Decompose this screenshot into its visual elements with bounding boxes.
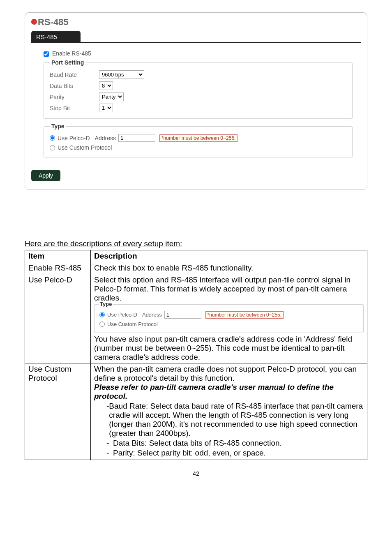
inner-custom-label: Use Custom Protocol (107, 321, 158, 327)
cell-custom-desc: When the pan-tilt camera cradle does not… (91, 363, 367, 460)
cell-enable-item: Enable RS-485 (25, 262, 91, 274)
intro-text: Here are the descriptions of every setup… (25, 239, 367, 248)
cell-pelco-desc: Select this option and RS-485 interface … (91, 274, 367, 363)
inner-custom-radio[interactable] (99, 321, 105, 327)
data-bits-select[interactable]: 8 (99, 81, 113, 90)
header-item: Item (25, 250, 91, 262)
header-description: Description (91, 250, 367, 262)
cell-enable-desc: Check this box to enable RS-485 function… (91, 262, 367, 274)
baud-rate-label: Baud Rate (50, 72, 99, 78)
stop-bit-label: Stop Bit (50, 105, 99, 111)
port-setting-group: Port Setting Baud Rate 9600 bps Data Bit… (44, 59, 353, 119)
cell-pelco-item: Use Pelco-D (25, 274, 91, 363)
inner-address-warning: *number must be between 0~255. (205, 311, 284, 319)
enable-rs485-checkbox[interactable] (44, 51, 49, 57)
address-warning: *number must be between 0~255. (159, 134, 238, 142)
custom-protocol-radio[interactable] (50, 145, 55, 150)
tab-rs485[interactable]: RS-485 (31, 31, 81, 43)
rs485-panel: RS-485 RS-485 Enable RS-485 Port Setting… (25, 12, 367, 190)
parity-label: Parity (50, 94, 99, 100)
stop-bit-select[interactable]: 1 (99, 104, 113, 112)
parity-select[interactable]: Parity (99, 92, 124, 101)
panel-title: RS-485 (31, 17, 361, 28)
baud-rate-select[interactable]: 9600 bps (99, 70, 144, 79)
address-label: Address (95, 135, 116, 141)
logo-dot-icon (31, 19, 37, 25)
address-input[interactable] (118, 134, 155, 142)
enable-rs485-label: Enable RS-485 (52, 50, 91, 57)
custom-protocol-label: Use Custom Protocol (58, 144, 112, 151)
inner-type-legend: Type (99, 301, 113, 307)
description-table: Item Description Enable RS-485 Check thi… (25, 250, 367, 460)
inner-pelco-label: Use Pelco-D (107, 312, 137, 318)
port-setting-legend: Port Setting (50, 59, 85, 66)
pelco-d-radio[interactable] (50, 135, 55, 141)
inner-address-label: Address (142, 312, 162, 318)
cell-custom-item: Use Custom Protocol (25, 363, 91, 460)
pelco-d-label: Use Pelco-D (58, 135, 90, 141)
type-group: Type Use Pelco-D Address *number must be… (44, 123, 353, 157)
data-bits-label: Data Bits (50, 83, 99, 89)
apply-button[interactable]: Apply (31, 170, 60, 181)
inner-type-box: Type Use Pelco-D Address *number must be… (94, 304, 364, 333)
inner-address-input[interactable] (164, 311, 201, 319)
type-legend: Type (50, 123, 66, 130)
page-number: 42 (25, 470, 367, 477)
inner-pelco-radio[interactable] (99, 312, 105, 317)
